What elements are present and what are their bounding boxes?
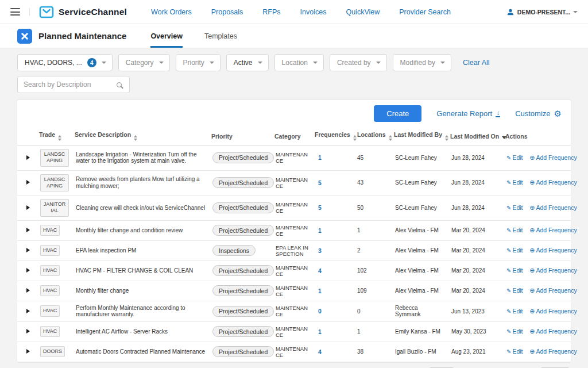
frequencies-link[interactable]: 0 xyxy=(316,308,322,315)
expand-row-icon[interactable] xyxy=(26,155,30,160)
trade-badge: HVAC xyxy=(40,305,60,316)
cell-frequencies: 1 xyxy=(312,321,355,342)
column-header[interactable]: Last Modified On xyxy=(448,127,503,145)
user-name: DEMO-PRESENT... xyxy=(517,9,570,16)
add-frequency-link[interactable]: ⊕Add Frequency xyxy=(529,227,577,233)
subheader-left: Planned Maintenance xyxy=(17,24,126,48)
cell-description: Monthly filter change xyxy=(72,281,209,301)
pencil-icon: ✎ xyxy=(506,205,511,211)
topbar: ServiceChannel Work OrdersProposalsRFPsI… xyxy=(0,0,588,24)
expand-row-icon[interactable] xyxy=(26,228,30,232)
cell-expand xyxy=(17,321,37,342)
top-nav-link[interactable]: Invoices xyxy=(300,8,327,16)
trade-badge: LANDSCAPING xyxy=(40,174,69,192)
cell-modified-by: Alex Vielma - FM xyxy=(392,240,448,260)
expand-row-icon[interactable] xyxy=(26,268,30,273)
add-frequency-link[interactable]: ⊕Add Frequency xyxy=(529,287,577,294)
filter-dropdown[interactable]: Location xyxy=(274,54,324,71)
expand-row-icon[interactable] xyxy=(26,349,30,354)
filter-dropdown[interactable]: Category xyxy=(118,54,170,71)
add-frequency-link[interactable]: ⊕Add Frequency xyxy=(529,267,577,274)
top-nav-link[interactable]: QuickView xyxy=(346,8,380,16)
cell-priority: Project/Scheduled xyxy=(209,301,272,321)
frequencies-link[interactable]: 5 xyxy=(316,204,322,211)
expand-row-icon[interactable] xyxy=(26,288,30,293)
generate-report-link[interactable]: Generate Report ↓ xyxy=(436,109,500,118)
top-nav-link[interactable]: Work Orders xyxy=(151,8,192,16)
frequencies-link[interactable]: 1 xyxy=(316,154,322,161)
column-header[interactable] xyxy=(17,127,37,145)
edit-link[interactable]: ✎Edit xyxy=(506,154,523,161)
edit-link[interactable]: ✎Edit xyxy=(506,204,523,211)
expand-row-icon[interactable] xyxy=(26,180,30,185)
top-nav-link[interactable]: Proposals xyxy=(211,8,243,16)
frequencies-link[interactable]: 1 xyxy=(316,227,322,234)
customize-link[interactable]: Customize ⚙ xyxy=(515,109,562,118)
user-menu[interactable]: DEMO-PRESENT... xyxy=(506,8,578,16)
top-nav-link[interactable]: RFPs xyxy=(262,8,280,16)
hamburger-menu-icon[interactable] xyxy=(10,8,30,16)
search-input[interactable] xyxy=(24,80,117,89)
add-frequency-link[interactable]: ⊕Add Frequency xyxy=(529,204,577,211)
filter-dropdown[interactable]: Created by xyxy=(330,54,387,71)
cell-modified-by: Alex Vielma - FM xyxy=(392,260,448,281)
plus-circle-icon: ⊕ xyxy=(529,179,535,186)
priority-pill: Inspections xyxy=(212,245,256,256)
tab[interactable]: Templates xyxy=(204,24,237,48)
column-header[interactable]: Last Modified By xyxy=(392,127,448,145)
cell-description: Monthly filter change and condition revi… xyxy=(72,220,209,240)
cell-expand xyxy=(17,220,37,240)
frequencies-link[interactable]: 4 xyxy=(316,267,322,274)
create-button[interactable]: Create xyxy=(374,105,421,122)
filters-row: HVAC, DOORS, ... 4 Category Priority Act… xyxy=(17,54,571,71)
filter-dropdown[interactable]: Priority xyxy=(176,54,220,71)
add-frequency-link[interactable]: ⊕Add Frequency xyxy=(529,328,577,335)
cell-trade: HVAC xyxy=(37,281,72,301)
expand-row-icon[interactable] xyxy=(26,309,30,313)
brand-logo[interactable]: ServiceChannel xyxy=(39,6,127,18)
column-header[interactable]: Trade xyxy=(37,127,72,145)
edit-link[interactable]: ✎Edit xyxy=(506,348,523,355)
plus-circle-icon: ⊕ xyxy=(529,328,535,335)
add-frequency-link[interactable]: ⊕Add Frequency xyxy=(529,348,577,355)
cell-expand xyxy=(17,281,37,301)
frequencies-link[interactable]: 5 xyxy=(316,179,322,186)
column-header[interactable]: Service Description xyxy=(72,127,209,145)
pencil-icon: ✎ xyxy=(506,308,511,315)
top-nav-link[interactable]: Provider Search xyxy=(399,8,451,16)
expand-row-icon[interactable] xyxy=(26,205,30,210)
cell-frequencies: 1 xyxy=(312,220,355,240)
cell-description: HVAC PM - FILTER CHANGE & COIL CLEAN xyxy=(72,260,209,281)
cell-priority: Project/Scheduled xyxy=(209,195,272,221)
tab[interactable]: Overview xyxy=(150,24,183,48)
frequencies-link[interactable]: 1 xyxy=(316,288,322,294)
edit-link[interactable]: ✎Edit xyxy=(506,287,523,294)
edit-link[interactable]: ✎Edit xyxy=(506,328,523,335)
expand-row-icon[interactable] xyxy=(26,248,30,252)
frequencies-link[interactable]: 4 xyxy=(316,348,322,355)
edit-link[interactable]: ✎Edit xyxy=(506,179,523,186)
filter-dropdown[interactable]: Modified by xyxy=(393,54,451,71)
column-header[interactable]: Priority xyxy=(209,127,272,145)
trade-filter-dropdown[interactable]: HVAC, DOORS, ... 4 xyxy=(17,54,113,71)
cell-priority: Inspections xyxy=(209,240,272,260)
edit-link[interactable]: ✎Edit xyxy=(506,267,523,274)
expand-row-icon[interactable] xyxy=(26,329,30,334)
add-frequency-link[interactable]: ⊕Add Frequency xyxy=(529,154,577,161)
edit-link[interactable]: ✎Edit xyxy=(506,247,523,254)
column-header[interactable]: Actions xyxy=(503,127,571,145)
add-frequency-link[interactable]: ⊕Add Frequency xyxy=(529,179,577,186)
column-header[interactable]: Locations xyxy=(355,127,392,145)
edit-link[interactable]: ✎Edit xyxy=(506,227,523,233)
add-frequency-link[interactable]: ⊕Add Frequency xyxy=(529,308,577,315)
table-row: HVAC Perform Monthly Maintenance accordi… xyxy=(17,301,571,321)
column-header[interactable]: Frequencies xyxy=(312,127,355,145)
cell-frequencies: 5 xyxy=(312,170,355,195)
frequencies-link[interactable]: 1 xyxy=(316,328,322,335)
edit-link[interactable]: ✎Edit xyxy=(506,308,523,315)
clear-all-link[interactable]: Clear All xyxy=(463,59,490,67)
add-frequency-link[interactable]: ⊕Add Frequency xyxy=(529,247,577,254)
column-header[interactable]: Category xyxy=(272,127,312,145)
frequencies-link[interactable]: 3 xyxy=(316,247,322,254)
filter-dropdown[interactable]: Active xyxy=(226,54,269,71)
